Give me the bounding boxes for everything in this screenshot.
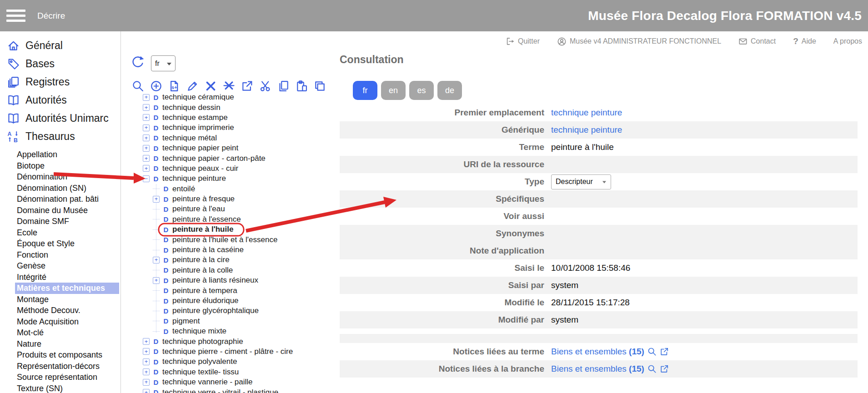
quit-button[interactable]: Quitter: [506, 37, 540, 46]
expand-toggle-icon[interactable]: +: [143, 145, 150, 152]
tree-item-technique-imprimerie[interactable]: +Dtechnique imprimerie: [127, 123, 340, 133]
open-window-button[interactable]: [241, 80, 253, 92]
sidebar-thesaurus-biotope[interactable]: Biotope: [15, 160, 119, 172]
help-button[interactable]: ? Aide: [793, 36, 816, 46]
tree-item-peinture-eludorique[interactable]: Dpeinture éludorique: [127, 296, 340, 306]
sidebar-thesaurus-matieres-et-techniques[interactable]: Matières et techniques: [15, 283, 119, 294]
expand-toggle-icon[interactable]: +: [143, 348, 150, 355]
tree-item-peinture-a-la-caseine[interactable]: Dpeinture à la caséine: [127, 245, 340, 255]
tree-item-peinture-a-l-huile[interactable]: Dpeinture à l'huile: [127, 224, 340, 234]
expand-toggle-icon[interactable]: +: [153, 277, 160, 284]
notices-search-button[interactable]: [647, 364, 657, 373]
add-descriptor-button[interactable]: s+: [168, 80, 181, 92]
sidebar-thesaurus-denomination[interactable]: Dénomination: [15, 171, 119, 183]
expand-toggle-icon[interactable]: +: [143, 165, 150, 172]
tree-item-technique-vannerie-paille[interactable]: +Dtechnique vannerie - paille: [127, 377, 340, 387]
duplicate-button[interactable]: [314, 80, 326, 92]
sidebar-thesaurus-texture-sn[interactable]: Texture (SN): [15, 383, 119, 393]
expand-toggle-icon[interactable]: +: [143, 155, 150, 162]
expand-toggle-icon[interactable]: +: [143, 124, 150, 131]
tree-item-peinture-a-la-cire[interactable]: +Dpeinture à la cire: [127, 255, 340, 265]
notices-search-button[interactable]: [647, 347, 657, 356]
sidebar-item-thesaurus[interactable]: ABThesaurus: [0, 127, 120, 145]
contact-button[interactable]: Contact: [738, 37, 776, 46]
sidebar-item-autorites[interactable]: Autorités: [0, 91, 120, 109]
sidebar-thesaurus-representation-decors[interactable]: Représentation-décors: [15, 361, 119, 372]
expand-toggle-icon[interactable]: +: [153, 257, 160, 264]
sidebar-thesaurus-appellation[interactable]: Appellation: [15, 149, 119, 160]
add-button[interactable]: [150, 80, 162, 92]
tree-item-technique-metal[interactable]: +Dtechnique métal: [127, 133, 340, 143]
type-select[interactable]: Descripteur: [551, 174, 611, 189]
sidebar-thesaurus-nature[interactable]: Nature: [15, 338, 119, 350]
tree-item-peinture-a-fresque[interactable]: +Dpeinture à fresque: [127, 194, 340, 204]
sidebar-thesaurus-fonction[interactable]: Fonction: [15, 249, 119, 261]
sidebar-thesaurus-epoque-et-style[interactable]: Époque et Style: [15, 238, 119, 249]
tree-item-technique-dessin[interactable]: +Dtechnique dessin: [127, 102, 340, 112]
expand-toggle-icon[interactable]: +: [143, 379, 150, 386]
sidebar-thesaurus-methode-decouv[interactable]: Méthode Decouv.: [15, 305, 119, 316]
about-button[interactable]: A propos: [833, 37, 862, 45]
lang-tab-fr[interactable]: fr: [353, 81, 377, 100]
expand-toggle-icon[interactable]: +: [143, 338, 150, 345]
term-link[interactable]: technique peinture: [551, 125, 622, 135]
lang-tab-en[interactable]: en: [381, 81, 406, 100]
tree-item-technique-peaux-cuir[interactable]: +Dtechnique peaux - cuir: [127, 164, 340, 174]
notices-open-window-button[interactable]: [660, 364, 669, 373]
tree-item-peinture-a-l-huile-et-a-l-essence[interactable]: Dpeinture à l'huile et à l'essence: [127, 234, 340, 244]
tree-item-peinture-glycerophtalique[interactable]: Dpeinture glycérophtalique: [127, 306, 340, 316]
expand-toggle-icon[interactable]: +: [143, 389, 150, 393]
sidebar-item-general[interactable]: Général: [0, 36, 120, 55]
hamburger-menu-icon[interactable]: [6, 10, 25, 22]
lang-tab-de[interactable]: de: [437, 81, 462, 100]
tree-item-peinture-a-tempera[interactable]: Dpeinture à tempera: [127, 285, 340, 295]
term-link[interactable]: technique peinture: [551, 108, 622, 118]
sidebar-thesaurus-genese[interactable]: Genèse: [15, 260, 119, 272]
tree-item-technique-estampe[interactable]: +Dtechnique estampe: [127, 113, 340, 123]
tree-item-technique-textile-tissu[interactable]: +Dtechnique textile- tissu: [127, 367, 340, 377]
expand-toggle-icon[interactable]: +: [153, 196, 160, 203]
refresh-button[interactable]: [131, 55, 145, 69]
tree-language-select[interactable]: fr: [151, 55, 176, 71]
expand-toggle-icon[interactable]: +: [143, 358, 150, 365]
sidebar-thesaurus-mode-acquisition[interactable]: Mode Acquisition: [15, 316, 119, 328]
tree-item-technique-ceramique[interactable]: +Dtechnique céramique: [127, 92, 340, 102]
tree-item-entoile[interactable]: Dentoilé: [127, 184, 340, 194]
sidebar-item-registres[interactable]: Registres: [0, 73, 120, 91]
tree-item-peinture-a-la-colle[interactable]: Dpeinture à la colle: [127, 265, 340, 275]
tree-item-technique-mixte[interactable]: Dtechnique mixte: [127, 326, 340, 336]
tree-item-technique-photographie[interactable]: +Dtechnique photographie: [127, 336, 340, 346]
notices-link[interactable]: Biens et ensembles (15): [551, 364, 644, 374]
expand-toggle-icon[interactable]: +: [143, 104, 150, 111]
sidebar-thesaurus-integrite[interactable]: Intégrité: [15, 272, 119, 283]
sidebar-thesaurus-denomination-sn[interactable]: Dénomination (SN): [15, 183, 119, 194]
expand-toggle-icon[interactable]: +: [143, 94, 150, 101]
delete-branch-button[interactable]: [223, 80, 235, 92]
cut-button[interactable]: [259, 80, 271, 92]
current-user[interactable]: Musée v4 ADMINISTRATEUR FONCTIONNEL: [557, 37, 721, 46]
copy-button[interactable]: [277, 80, 290, 92]
tree-item-peinture-a-l-eau[interactable]: Dpeinture à l'eau: [127, 204, 340, 214]
lang-tab-es[interactable]: es: [409, 81, 434, 100]
sidebar-thesaurus-domaine-du-musee[interactable]: Domaine du Musée: [15, 205, 119, 216]
sidebar-thesaurus-mot-cle[interactable]: Mot-clé: [15, 327, 119, 338]
sidebar-thesaurus-source-representation[interactable]: Source représentation: [15, 372, 119, 383]
tree-item-technique-peinture[interactable]: −Dtechnique peinture: [127, 174, 340, 184]
tree-item-peinture-a-liants-resineux[interactable]: +Dpeinture à liants résineux: [127, 275, 340, 285]
collapse-toggle-icon[interactable]: −: [143, 175, 150, 182]
expand-toggle-icon[interactable]: +: [143, 368, 150, 375]
tree-item-technique-polyvalente[interactable]: +Dtechnique polyvalente: [127, 357, 340, 367]
tree-item-technique-papier-carton-pate[interactable]: +Dtechnique papier - carton-pâte: [127, 153, 340, 163]
tree-item-pigment[interactable]: Dpigment: [127, 316, 340, 326]
sidebar-thesaurus-domaine-smf[interactable]: Domaine SMF: [15, 216, 119, 227]
tree-item-peinture-a-l-essence[interactable]: Dpeinture à l'essence: [127, 214, 340, 224]
expand-toggle-icon[interactable]: +: [143, 114, 150, 121]
sidebar-thesaurus-montage[interactable]: Montage: [15, 294, 119, 305]
paste-button[interactable]: [296, 80, 308, 92]
tree-item-technique-papier-peint[interactable]: +Dtechnique papier peint: [127, 143, 340, 153]
sidebar-item-bases[interactable]: Bases: [0, 55, 120, 73]
sidebar-thesaurus-denomination-pat-bati[interactable]: Dénomination pat. bâti: [15, 194, 119, 205]
expand-toggle-icon[interactable]: +: [143, 134, 150, 141]
sidebar-thesaurus-produits-et-composants[interactable]: Produits et composants: [15, 349, 119, 361]
sidebar-item-autorites-unimarc[interactable]: Autorités Unimarc: [0, 109, 120, 127]
